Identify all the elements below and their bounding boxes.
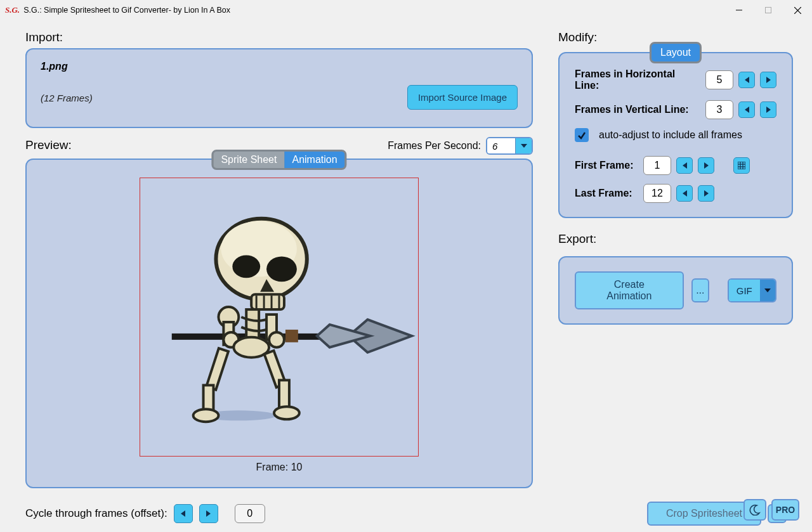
first-frame-label: First Frame: <box>575 160 638 171</box>
import-section-title: Import: <box>25 30 533 44</box>
app-icon: S.G. <box>5 5 20 15</box>
svg-rect-32 <box>738 162 745 169</box>
create-animation-button[interactable]: Create Animation <box>575 271 684 309</box>
last-frame-increase[interactable] <box>698 185 714 202</box>
svg-rect-26 <box>206 348 228 390</box>
grid-icon <box>738 162 745 169</box>
preview-canvas <box>140 178 419 457</box>
layout-badge[interactable]: Layout <box>650 42 702 63</box>
export-panel: Create Animation ... GIF <box>558 256 793 325</box>
sprite-image <box>140 178 418 457</box>
h-frames-input[interactable]: 5 <box>705 70 733 89</box>
svg-point-24 <box>269 332 284 347</box>
minimize-button[interactable] <box>724 0 754 20</box>
close-button[interactable] <box>783 0 812 20</box>
v-frames-decrease[interactable] <box>738 101 755 118</box>
tab-sprite-sheet[interactable]: Sprite Sheet <box>213 152 284 168</box>
bottom-bar: Cycle through frames (offset): 0 Crop Sp… <box>0 495 812 526</box>
fps-value: 6 <box>487 138 515 153</box>
export-options-button[interactable]: ... <box>691 278 709 302</box>
preview-tabs: Sprite Sheet Animation <box>211 150 346 170</box>
import-panel: 1.png (12 Frames) Import Source Image <box>25 48 533 128</box>
modify-panel: Layout Frames in Horizontal Line: 5 Fram… <box>558 52 793 218</box>
fps-select[interactable]: 6 <box>486 137 533 155</box>
first-frame-increase[interactable] <box>698 157 714 174</box>
moon-icon <box>749 504 761 516</box>
svg-point-12 <box>266 256 297 282</box>
chevron-down-icon <box>515 138 532 153</box>
window-title: S.G.: Simple Spritesheet to Gif Converte… <box>23 6 230 15</box>
v-frames-label: Frames in Vertical Line: <box>575 104 700 115</box>
imported-file-name: 1.png <box>41 61 518 72</box>
v-frames-increase[interactable] <box>760 101 776 118</box>
last-frame-input[interactable]: 12 <box>643 184 671 203</box>
export-format-select[interactable]: GIF <box>728 278 776 302</box>
chevron-down-icon <box>760 280 775 301</box>
cycle-offset-input[interactable]: 0 <box>235 504 265 523</box>
last-frame-label: Last Frame: <box>575 188 638 199</box>
svg-point-28 <box>193 409 219 422</box>
cycle-next-button[interactable] <box>199 504 218 523</box>
svg-rect-1 <box>766 8 771 13</box>
fps-label: Frames Per Second: <box>388 140 481 152</box>
last-frame-decrease[interactable] <box>676 185 693 202</box>
svg-rect-8 <box>285 330 298 342</box>
h-frames-decrease[interactable] <box>738 72 755 88</box>
export-format-value: GIF <box>729 280 760 301</box>
svg-rect-19 <box>246 309 259 340</box>
cycle-prev-button[interactable] <box>174 504 193 523</box>
preview-section-title: Preview: <box>25 138 72 152</box>
grid-icon-button[interactable] <box>733 157 750 174</box>
h-frames-increase[interactable] <box>760 72 776 88</box>
auto-adjust-label: auto-adjust to include all frames <box>599 129 742 141</box>
cycle-label: Cycle through frames (offset): <box>25 507 167 520</box>
import-source-button[interactable]: Import Source Image <box>407 85 518 110</box>
export-section-title: Export: <box>558 232 793 246</box>
svg-point-31 <box>274 406 299 419</box>
auto-adjust-checkbox[interactable] <box>575 128 589 142</box>
current-frame-label: Frame: 10 <box>38 462 520 473</box>
pro-button[interactable]: PRO <box>771 499 799 521</box>
preview-panel: Sprite Sheet Animation <box>25 159 533 488</box>
theme-button[interactable] <box>743 499 766 521</box>
svg-point-11 <box>232 255 260 278</box>
h-frames-label: Frames in Horizontal Line: <box>575 68 700 91</box>
maximize-button[interactable] <box>754 0 783 20</box>
first-frame-decrease[interactable] <box>676 157 693 174</box>
title-bar: S.G. S.G.: Simple Spritesheet to Gif Con… <box>0 0 812 20</box>
first-frame-input[interactable]: 1 <box>643 156 671 175</box>
v-frames-input[interactable]: 3 <box>705 100 733 119</box>
tab-animation[interactable]: Animation <box>284 152 344 168</box>
